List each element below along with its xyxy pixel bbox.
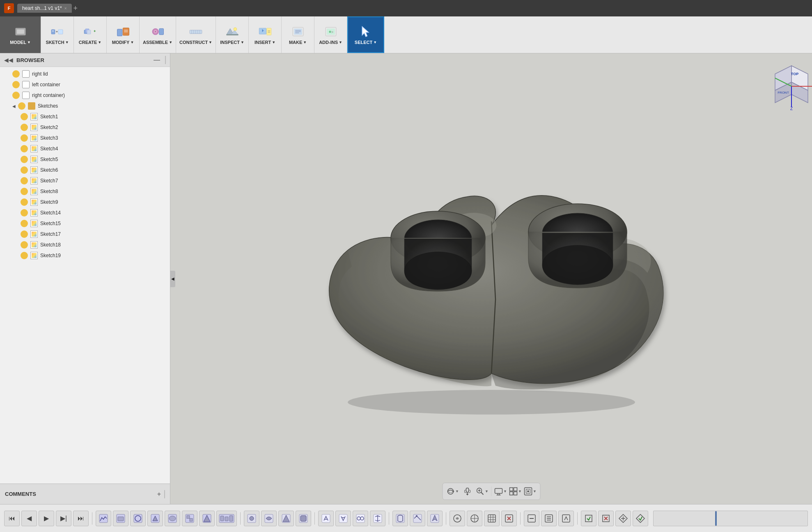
list-item[interactable]: Sketch6 xyxy=(0,165,170,175)
visibility-icon[interactable] xyxy=(21,113,28,120)
timeline-right-2[interactable] xyxy=(467,511,482,526)
zoom-fit-button[interactable]: ▼ xyxy=(475,485,489,498)
assemble-section[interactable]: ASSEMBLE ▼ xyxy=(140,16,176,53)
add-ins-section[interactable]: + > ADD-INS ▼ xyxy=(314,16,347,53)
svg-point-28 xyxy=(234,28,237,31)
sketch-section[interactable]: SKETCH ▼ xyxy=(41,16,74,53)
timeline-end-1[interactable] xyxy=(524,511,539,526)
modify-section[interactable]: MODIFY ▼ xyxy=(107,16,140,53)
svg-rect-108 xyxy=(322,514,330,523)
visibility-icon[interactable] xyxy=(21,252,28,259)
browser-minimize-button[interactable]: — xyxy=(154,56,160,64)
visibility-icon[interactable] xyxy=(21,188,28,195)
viewport[interactable]: ◀ xyxy=(170,53,812,504)
visibility-icon[interactable] xyxy=(21,156,28,163)
timeline-scrubber[interactable] xyxy=(653,511,808,526)
add-comment-button[interactable]: + xyxy=(157,491,161,498)
list-item[interactable]: right container) xyxy=(0,90,170,101)
timeline-item-9[interactable] xyxy=(244,511,259,526)
visibility-icon[interactable] xyxy=(21,145,28,152)
select-section[interactable]: SELECT ▼ xyxy=(347,16,384,53)
step-back-button[interactable]: ◀ xyxy=(21,511,37,526)
view-options-button[interactable]: ▼ xyxy=(523,485,537,498)
timeline-item-19[interactable] xyxy=(427,511,443,526)
list-item[interactable]: Sketch1 xyxy=(0,111,170,122)
timeline-item-1[interactable] xyxy=(96,511,111,526)
list-item[interactable]: Sketch8 xyxy=(0,186,170,197)
list-item[interactable]: Sketch18 xyxy=(0,240,170,250)
timeline-right-4[interactable] xyxy=(501,511,517,526)
list-item[interactable]: right lid xyxy=(0,69,170,79)
timeline-item-13[interactable] xyxy=(318,511,334,526)
visibility-icon[interactable] xyxy=(12,92,20,99)
timeline-right-3[interactable] xyxy=(484,511,500,526)
goto-end-button[interactable]: ⏭ xyxy=(73,511,89,526)
list-item[interactable]: Sketch15 xyxy=(0,218,170,229)
visibility-icon[interactable] xyxy=(21,134,28,142)
list-item[interactable]: Sketch2 xyxy=(0,122,170,133)
timeline-item-14[interactable] xyxy=(335,511,351,526)
timeline-extra-1[interactable] xyxy=(581,511,596,526)
visibility-icon[interactable] xyxy=(21,124,28,131)
model-button[interactable]: MODEL ▼ xyxy=(0,16,41,53)
goto-start-button[interactable]: ⏮ xyxy=(4,511,20,526)
inspect-section[interactable]: INSPECT ▼ xyxy=(216,16,249,53)
create-section[interactable]: + CREATE ▼ xyxy=(74,16,107,53)
list-item[interactable]: Sketch4 xyxy=(0,143,170,154)
timeline-item-4[interactable] xyxy=(147,511,163,526)
list-item[interactable]: Sketch9 xyxy=(0,197,170,207)
visibility-icon[interactable] xyxy=(18,102,25,110)
visibility-icon[interactable] xyxy=(12,81,20,88)
play-button[interactable]: ▶ xyxy=(39,511,54,526)
timeline-end-3[interactable] xyxy=(558,511,574,526)
browser-collapse-button[interactable]: ◀◀ xyxy=(4,57,13,63)
list-item[interactable]: Sketch5 xyxy=(0,154,170,165)
step-forward-button[interactable]: ▶| xyxy=(56,511,71,526)
visibility-icon[interactable] xyxy=(21,177,28,184)
active-tab[interactable]: heart sh...1 v1 v1* × xyxy=(17,4,72,13)
list-item[interactable]: Sketch3 xyxy=(0,133,170,143)
tab-close-icon[interactable]: × xyxy=(64,6,67,11)
timeline-item-6[interactable] xyxy=(182,511,197,526)
visibility-icon[interactable] xyxy=(21,241,28,249)
make-section[interactable]: MAKE ▼ xyxy=(282,16,314,53)
timeline-item-15[interactable] xyxy=(353,511,368,526)
sketches-folder[interactable]: ◀ Sketches xyxy=(0,101,170,111)
timeline-item-8[interactable] xyxy=(216,511,237,526)
visibility-icon[interactable] xyxy=(21,166,28,174)
timeline-item-18[interactable] xyxy=(410,511,425,526)
pan-button[interactable] xyxy=(461,485,474,498)
visibility-icon[interactable] xyxy=(12,70,20,78)
timeline-item-11[interactable] xyxy=(278,511,294,526)
timeline-right-1[interactable] xyxy=(450,511,465,526)
timeline-extra-3[interactable] xyxy=(615,511,631,526)
timeline-item-10[interactable] xyxy=(261,511,277,526)
display-mode-button[interactable]: ▼ xyxy=(494,485,507,498)
timeline-item-12[interactable] xyxy=(296,511,311,526)
orbit-button[interactable]: ▼ xyxy=(446,485,459,498)
timeline-item-16[interactable] xyxy=(370,511,385,526)
visibility-icon[interactable] xyxy=(21,220,28,227)
visibility-icon[interactable] xyxy=(21,230,28,238)
insert-section[interactable]: INSERT ▼ xyxy=(249,16,282,53)
timeline-end-2[interactable] xyxy=(541,511,557,526)
timeline-item-7[interactable] xyxy=(199,511,215,526)
timeline-item-2[interactable] xyxy=(113,511,128,526)
timeline-extra-2[interactable] xyxy=(598,511,614,526)
timeline-item-3[interactable] xyxy=(130,511,146,526)
list-item[interactable]: Sketch7 xyxy=(0,175,170,186)
left-edge-tab[interactable]: ◀ xyxy=(170,271,175,287)
visibility-icon[interactable] xyxy=(21,198,28,206)
timeline-item-5[interactable] xyxy=(165,511,180,526)
list-item[interactable]: Sketch19 xyxy=(0,250,170,261)
grid-button[interactable]: ▼ xyxy=(509,485,522,498)
list-item[interactable]: Sketch17 xyxy=(0,229,170,240)
timeline-extra-4[interactable] xyxy=(633,511,648,526)
visibility-icon[interactable] xyxy=(21,209,28,216)
view-cube[interactable]: TOP FRONT X Z xyxy=(767,62,804,99)
list-item[interactable]: left container xyxy=(0,79,170,90)
new-tab-button[interactable]: + xyxy=(73,4,78,13)
construct-section[interactable]: CONSTRUCT ▼ xyxy=(176,16,216,53)
list-item[interactable]: Sketch14 xyxy=(0,207,170,218)
timeline-item-17[interactable] xyxy=(392,511,408,526)
